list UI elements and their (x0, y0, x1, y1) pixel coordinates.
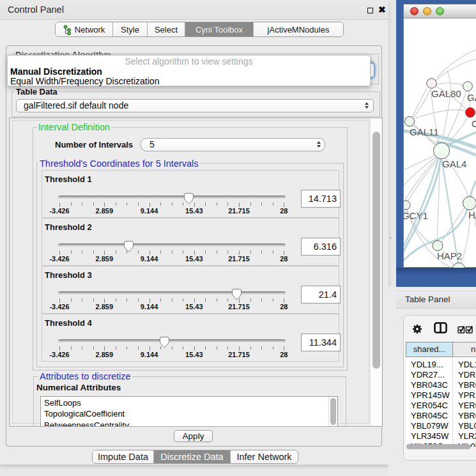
svg-text:GAL11: GAL11 (410, 127, 439, 137)
svg-text:GCY1: GCY1 (404, 210, 428, 221)
svg-text:HA: HA (468, 210, 476, 220)
svg-text:GAL4: GAL4 (442, 158, 466, 169)
svg-text:CY: CY (472, 118, 476, 129)
svg-text:HAP2: HAP2 (437, 250, 462, 261)
svg-text:GAL80: GAL80 (431, 88, 461, 99)
svg-text:GA: GA (467, 92, 476, 103)
